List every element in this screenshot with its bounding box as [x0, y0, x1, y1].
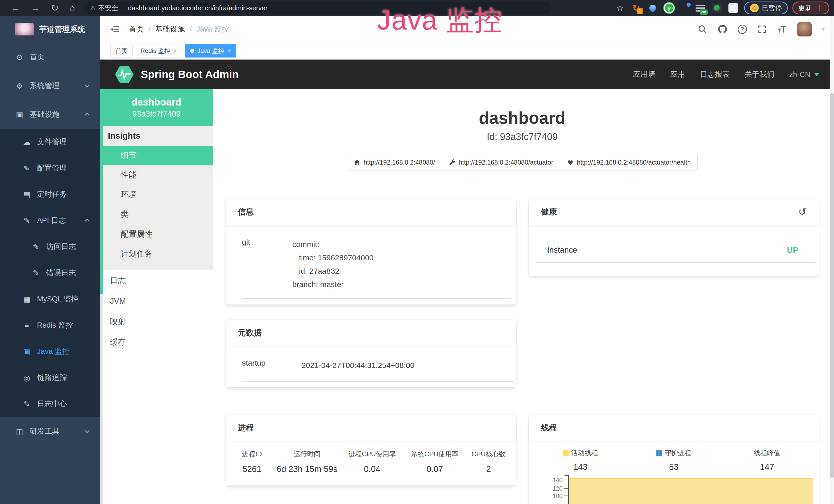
- avatar-caret-icon[interactable]: ▾: [822, 26, 825, 32]
- help-icon[interactable]: ?: [738, 25, 747, 34]
- divider: [242, 298, 511, 299]
- back-icon[interactable]: ←: [11, 3, 20, 13]
- service-url-button[interactable]: http://192.168.0.2:48080/: [347, 154, 442, 170]
- sidebar-item-mysql-monitor[interactable]: ▦ MySQL 监控: [0, 286, 100, 312]
- sba-item-caches[interactable]: 缓存: [100, 332, 213, 352]
- search-icon[interactable]: [698, 24, 707, 34]
- tab-redis-monitor[interactable]: Redis 监控 ×: [136, 44, 182, 58]
- sidebar-scrollbar-thumb[interactable]: [100, 126, 103, 294]
- browser-menu-icon[interactable]: ⋮: [816, 4, 824, 13]
- forward-icon[interactable]: →: [31, 3, 40, 13]
- chevron-down-icon: [814, 73, 820, 76]
- divider: [535, 262, 815, 263]
- sba-item-scheduled-tasks[interactable]: 计划任务: [100, 244, 213, 264]
- infrastructure-icon: ▣: [14, 110, 25, 119]
- paused-profile-badge[interactable]: ☺ 已暂停: [744, 2, 788, 15]
- info-card-title: 信息: [238, 206, 254, 217]
- metric-uptime: 运行时间 6d 23h 15m 59s: [273, 450, 341, 474]
- sba-nav-wallboard[interactable]: 应用墙: [633, 69, 655, 79]
- metric-peak-threads: 线程峰值 147: [721, 449, 814, 472]
- threads-card-title: 线程: [541, 422, 557, 433]
- breadcrumb-home[interactable]: 首页: [129, 24, 144, 35]
- health-instance-label[interactable]: Instance: [547, 246, 577, 255]
- tab-java-monitor[interactable]: Java 监控 ×: [185, 44, 236, 58]
- sba-nav-about[interactable]: 关于我们: [745, 69, 774, 79]
- sidebar-item-java-monitor[interactable]: ▣ Java 监控: [0, 338, 100, 365]
- sidebar-item-scheduled-jobs[interactable]: ▤ 定时任务: [0, 181, 100, 207]
- reload-icon[interactable]: ↻: [51, 3, 59, 13]
- chevron-down-icon: [85, 428, 90, 433]
- process-card: 进程 进程ID 5261 运行时间 6d 23h 15m 59s: [225, 415, 516, 485]
- gear-icon: ⚙: [14, 82, 25, 90]
- sidebar-item-dev-tools[interactable]: ◫ 研发工具: [0, 417, 100, 446]
- sidebar-item-api-log[interactable]: ✎ API 日志: [0, 207, 100, 234]
- fullscreen-icon[interactable]: [757, 24, 767, 34]
- extension-refresh-icon[interactable]: ↻ 1: [631, 2, 642, 14]
- sba-item-logs[interactable]: 日志: [100, 270, 213, 291]
- page-scrollbar-thumb[interactable]: [830, 93, 834, 478]
- sba-sidebar: dashboard 93a3fc7f7409 Insights 细节 性能 环境…: [100, 89, 213, 504]
- extension-y-icon[interactable]: y: [663, 2, 675, 14]
- close-icon[interactable]: ×: [227, 47, 232, 54]
- health-card: 健康 ↺ Instance UP: [529, 199, 819, 276]
- extensions-puzzle-icon[interactable]: [728, 2, 739, 14]
- sidebar-item-log-center[interactable]: ✎ 日志中心: [0, 391, 100, 417]
- sba-item-jvm[interactable]: JVM: [100, 291, 213, 312]
- collapse-menu-icon[interactable]: [109, 25, 120, 34]
- sidebar-item-file-management[interactable]: ☁ 文件管理: [0, 129, 100, 155]
- sidebar-item-access-log[interactable]: ✎ 访问日志: [0, 234, 100, 260]
- y-tick-140: 140: [540, 477, 563, 484]
- sidebar-item-tracing[interactable]: ◎ 链路追踪: [0, 365, 100, 391]
- health-card-title: 健康: [541, 206, 557, 217]
- extension-list-icon[interactable]: on: [695, 2, 706, 14]
- tab-home[interactable]: 首页: [110, 44, 133, 58]
- sba-item-metrics[interactable]: 性能: [100, 165, 213, 185]
- page-title: dashboard: [225, 108, 819, 128]
- tags-view-bar: 首页 Redis 监控 × Java 监控 ×: [100, 43, 834, 60]
- sba-nav-applications[interactable]: 应用: [670, 69, 685, 79]
- sba-item-classes[interactable]: 类: [100, 204, 213, 224]
- instance-hero: dashboard Id: 93a3fc7f7409 http://192.16…: [225, 108, 819, 170]
- page-scrollbar[interactable]: [830, 16, 834, 504]
- table-icon: ▦: [22, 295, 32, 304]
- breadcrumb-infrastructure[interactable]: 基础设施: [155, 24, 185, 35]
- home-icon[interactable]: ⌂: [69, 3, 75, 13]
- actuator-url-button[interactable]: http://192.168.0.2:48080/actuator: [442, 154, 560, 170]
- metric-daemon-threads: 守护进程 53: [627, 449, 720, 472]
- security-label[interactable]: 不安全: [98, 4, 118, 13]
- sba-item-environment[interactable]: 环境: [100, 185, 213, 204]
- warning-icon: ⚠: [90, 4, 95, 12]
- wrench-icon: [449, 159, 456, 166]
- extension-grid-icon[interactable]: [680, 3, 690, 13]
- sba-logo-icon[interactable]: [114, 64, 134, 85]
- github-icon[interactable]: [718, 24, 727, 34]
- sba-item-details[interactable]: 细节: [100, 146, 213, 165]
- sba-item-mappings[interactable]: 映射: [100, 312, 213, 332]
- cloud-icon: ☁: [22, 138, 32, 146]
- sidebar-item-redis-monitor[interactable]: ≡ Redis 监控: [0, 312, 100, 338]
- sba-item-config-props[interactable]: 配置属性: [100, 224, 213, 244]
- log-icon: ✎: [31, 243, 41, 251]
- sba-brand[interactable]: Spring Boot Admin: [141, 68, 239, 81]
- sidebar-item-infrastructure[interactable]: ▣ 基础设施: [0, 100, 100, 129]
- language-selector[interactable]: zh-CN: [789, 70, 820, 79]
- health-url-button[interactable]: http://192.168.0.2:48080/actuator/health: [560, 154, 698, 170]
- sidebar-item-config-management[interactable]: ✎ 配置管理: [0, 155, 100, 181]
- user-avatar[interactable]: [797, 22, 812, 37]
- extension-green-icon[interactable]: [711, 2, 723, 14]
- bookmark-star-icon[interactable]: ☆: [616, 3, 624, 13]
- sidebar-item-error-log[interactable]: ✎ 错误日志: [0, 260, 100, 286]
- update-button[interactable]: 更新 ⋮: [792, 2, 829, 15]
- close-icon[interactable]: ×: [173, 47, 177, 54]
- sidebar-item-system-management[interactable]: ⚙ 系统管理: [0, 71, 100, 100]
- sidebar-item-home[interactable]: ⊙ 首页: [0, 43, 100, 71]
- chart-y-axis: [568, 475, 569, 504]
- sba-body: dashboard 93a3fc7f7409 Insights 细节 性能 环境…: [100, 89, 834, 504]
- header-actions: ? ▾: [698, 22, 825, 37]
- sba-nav-journal[interactable]: 日志报表: [700, 69, 730, 79]
- font-size-icon[interactable]: [777, 24, 787, 34]
- history-icon[interactable]: ↺: [798, 206, 807, 217]
- extension-pin-icon[interactable]: [647, 2, 658, 14]
- instance-header[interactable]: dashboard 93a3fc7f7409: [100, 89, 213, 126]
- chevron-up-icon: [85, 219, 90, 224]
